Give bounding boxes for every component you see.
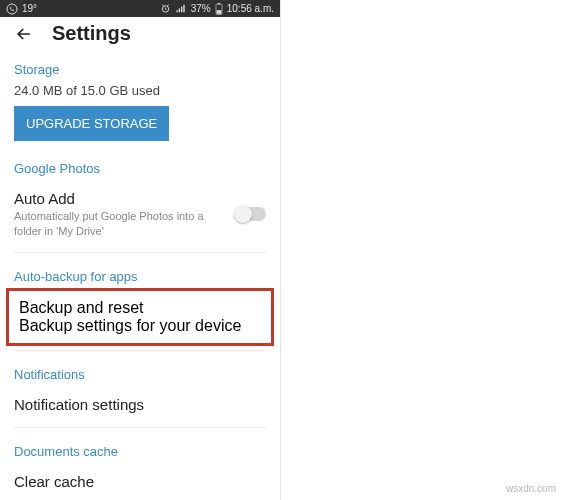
clear-cache-row[interactable]: Clear cache xyxy=(0,463,280,500)
backup-reset-row[interactable]: Backup and reset Backup settings for you… xyxy=(6,288,274,346)
svg-point-0 xyxy=(7,4,17,14)
signal-icon xyxy=(175,3,187,14)
auto-add-toggle[interactable] xyxy=(234,207,266,221)
auto-add-row[interactable]: Auto Add Automatically put Google Photos… xyxy=(0,180,280,248)
auto-add-sub: Automatically put Google Photos into a f… xyxy=(14,209,226,238)
status-temp: 19° xyxy=(22,3,37,14)
svg-rect-4 xyxy=(216,10,221,14)
status-battery: 37% xyxy=(191,3,211,14)
notifications-header: Notifications xyxy=(0,355,280,386)
page-title: Settings xyxy=(52,22,131,45)
svg-rect-3 xyxy=(218,3,220,4)
divider xyxy=(14,427,266,428)
alarm-icon xyxy=(160,3,171,14)
divider xyxy=(14,252,266,253)
notification-settings-title: Notification settings xyxy=(14,396,266,413)
status-bar: 19° 37% 10:56 a.m. xyxy=(0,0,280,17)
backup-reset-title: Backup and reset xyxy=(19,299,261,317)
notification-settings-row[interactable]: Notification settings xyxy=(0,386,280,423)
clear-cache-title: Clear cache xyxy=(14,473,266,490)
storage-usage: 24.0 MB of 15.0 GB used xyxy=(14,81,266,106)
divider xyxy=(14,350,266,351)
app-bar: Settings xyxy=(0,17,280,50)
auto-backup-header: Auto-backup for apps xyxy=(0,257,280,288)
battery-icon xyxy=(215,3,223,15)
google-photos-header: Google Photos xyxy=(0,149,280,180)
upgrade-storage-button[interactable]: UPGRADE STORAGE xyxy=(14,106,169,141)
storage-header: Storage xyxy=(0,50,280,81)
watermark: wsxdn.com xyxy=(506,483,556,494)
back-arrow-icon[interactable] xyxy=(14,24,34,44)
status-time: 10:56 a.m. xyxy=(227,3,274,14)
backup-reset-sub: Backup settings for your device xyxy=(19,317,261,335)
auto-add-title: Auto Add xyxy=(14,190,226,207)
documents-cache-header: Documents cache xyxy=(0,432,280,463)
whatsapp-icon xyxy=(6,3,18,15)
